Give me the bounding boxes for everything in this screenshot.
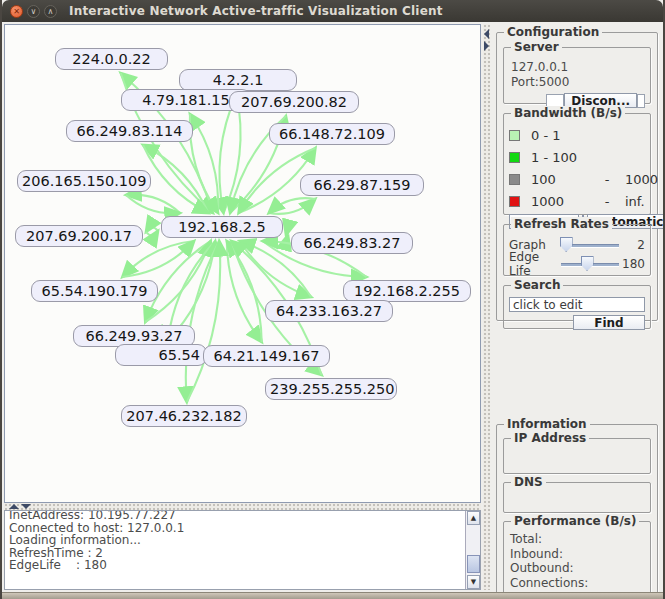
log-line: Loading information... [9,534,476,547]
dns-title: DNS [511,475,546,489]
search-title: Search [511,278,563,292]
scroll-down-icon[interactable]: ▼ [467,575,480,589]
graph-slider-value: 2 [619,238,645,252]
log-line: EdgeLife : 180 [9,559,476,572]
graph-node[interactable]: 66.249.83.114 [66,120,193,142]
performance-inbound-label: Inbound: [508,547,646,562]
edge-life-slider-value: 180 [619,257,645,271]
window-bottom-border [2,592,663,599]
configuration-title: Configuration [504,25,602,39]
graph-node[interactable]: 66.249.83.27 [291,232,413,254]
graph-node[interactable]: 207.46.232.182 [121,405,247,427]
scroll-up-icon[interactable]: ▲ [467,511,480,525]
bandwidth-group: Bandwidth (B/s) 0 - 11 - 100100-10001000… [503,113,651,215]
splitter-down-icon[interactable] [21,504,31,509]
log-panel[interactable]: InetAddress: 10.195.77.227Connected to h… [4,510,481,590]
refresh-rates-title: Refresh Rates [511,217,612,231]
performance-title: Performance (B/s) [511,514,639,528]
chevron-up-icon: ∧ [48,7,54,16]
window-title: Interactive Network Active-traffic Visua… [69,4,443,18]
search-input[interactable] [509,297,645,312]
bandwidth-row: 100-1000 [509,168,645,190]
configuration-group: Configuration Server 127.0.0.1 Port:5000… [496,32,658,321]
graph-slider-thumb[interactable] [560,237,573,252]
graph-node[interactable]: 207.69.200.82 [229,91,359,113]
server-group: Server 127.0.0.1 Port:5000 Discon... [503,47,651,104]
performance-total-label: Total: [508,532,646,547]
graph-node[interactable]: 192.168.2.255 [343,280,471,302]
graph-node[interactable]: 66.29.87.159 [300,174,424,196]
server-field-right [637,94,645,108]
chevron-down-icon: ∨ [31,7,37,16]
bandwidth-row: 0 - 1 [509,124,645,146]
graph-node[interactable]: 224.0.0.22 [55,48,168,70]
server-address: 127.0.0.1 [509,60,645,75]
edge-life-slider-thumb[interactable] [581,256,594,271]
information-group: Information IP Address DNS Performance (… [496,424,658,598]
performance-group: Performance (B/s) Total: Inbound: Outbou… [503,521,651,595]
splitter-left-icon[interactable] [484,29,489,39]
graph-node[interactable]: 206.165.150.109 [17,170,151,192]
ip-address-group: IP Address [503,438,651,474]
maximize-button[interactable]: ∧ [44,5,57,18]
log-lines: InetAddress: 10.195.77.227Connected to h… [5,510,480,574]
bandwidth-color-swatch [509,152,520,163]
bandwidth-row: 1 - 100 [509,146,645,168]
server-title: Server [511,40,562,54]
graph-node[interactable]: 239.255.255.250 [265,378,397,400]
scrollbar-thumb[interactable] [467,555,480,573]
graph-node[interactable]: 65.54 [115,344,207,366]
server-port: Port:5000 [509,75,645,90]
find-button[interactable]: Find [573,315,645,330]
edge-life-slider[interactable] [561,256,619,271]
graph-node[interactable]: 207.69.200.17 [15,225,143,247]
performance-connections-label: Connections: [508,576,646,591]
bandwidth-row: 1000-inf. [509,190,645,212]
bandwidth-range-to: 1000 [625,172,658,187]
bandwidth-legend-rows: 0 - 11 - 100100-10001000-inf. [509,124,645,212]
bandwidth-color-swatch [509,130,520,141]
close-button[interactable]: ✕ [10,5,23,18]
bandwidth-title: Bandwidth (B/s) [511,106,625,120]
bandwidth-range-to: inf. [625,194,645,209]
graph-node[interactable]: 192.168.2.5 [161,216,283,238]
bandwidth-range-sep: - [589,194,625,209]
graph-node[interactable]: 65.54.190.179 [31,280,158,302]
main-content: 224.0.0.224.2.2.14.79.181.15207.69.200.8… [2,22,663,592]
bandwidth-color-swatch [509,196,520,207]
config-panel: Configuration Server 127.0.0.1 Port:5000… [490,24,663,590]
dns-group: DNS [503,482,651,513]
refresh-rates-group: Refresh Rates Graph 2 Edge Life 180 [503,224,651,276]
graph-node[interactable]: 64.233.163.27 [265,300,393,322]
graph-node[interactable]: 64.21.149.167 [203,345,330,367]
close-icon: ✕ [13,7,20,16]
ip-address-title: IP Address [511,431,589,445]
log-scrollbar[interactable]: ▲ ▼ [465,511,480,589]
bandwidth-color-swatch [509,174,520,185]
minimize-button[interactable]: ∨ [27,5,40,18]
graph-node[interactable]: 66.148.72.109 [269,123,395,145]
titlebar: ✕ ∨ ∧ Interactive Network Active-traffic… [2,0,663,22]
graph-panel[interactable]: 224.0.0.224.2.2.14.79.181.15207.69.200.8… [4,24,481,503]
app-window: ✕ ∨ ∧ Interactive Network Active-traffic… [0,0,665,599]
vertical-splitter[interactable] [483,24,490,590]
bandwidth-range-sep: - [589,172,625,187]
information-title: Information [504,417,590,431]
log-line: InetAddress: 10.195.77.227 [9,510,476,522]
search-group: Search Find [503,285,651,329]
performance-outbound-label: Outbound: [508,561,646,576]
horizontal-splitter[interactable] [4,503,481,510]
bandwidth-range-from: 0 - 1 [531,128,589,143]
graph-slider[interactable] [561,237,619,252]
bandwidth-range-from: 100 [531,172,589,187]
bandwidth-range-from: 1 - 100 [531,150,589,165]
bandwidth-range-from: 1000 [531,194,589,209]
splitter-right-icon[interactable] [484,41,489,51]
graph-node[interactable]: 4.2.2.1 [179,69,297,91]
edge-life-slider-label: Edge Life [509,250,561,278]
splitter-up-icon[interactable] [9,504,19,509]
